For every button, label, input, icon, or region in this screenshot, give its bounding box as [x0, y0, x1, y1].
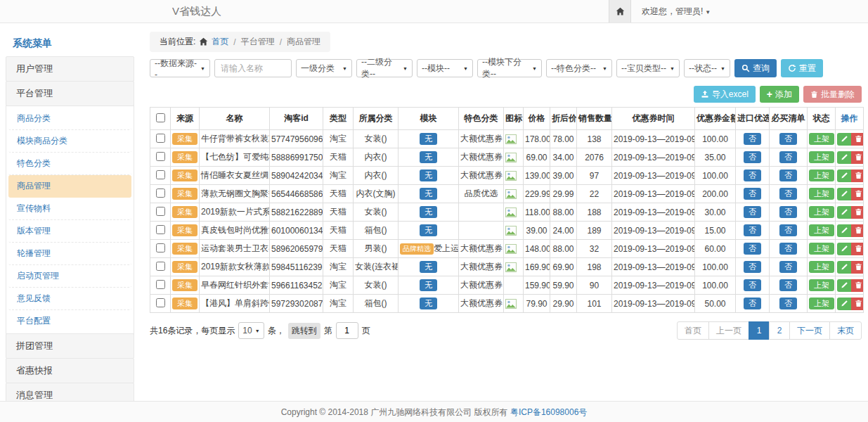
edit-button[interactable]: [837, 188, 851, 200]
delete-button[interactable]: [851, 243, 864, 255]
filter-select-level2-category[interactable]: --二级分类--▼: [356, 59, 413, 77]
import-select-toggle[interactable]: 否: [744, 243, 761, 255]
import-excel-button[interactable]: 导入excel: [694, 86, 756, 103]
status-badge[interactable]: 上架: [809, 279, 834, 291]
row-checkbox[interactable]: [156, 298, 165, 307]
edit-button[interactable]: [837, 224, 851, 237]
row-checkbox[interactable]: [156, 188, 165, 198]
row-checkbox[interactable]: [156, 225, 165, 234]
import-select-toggle[interactable]: 否: [744, 188, 761, 200]
import-select-toggle[interactable]: 否: [744, 133, 761, 145]
per-page-select[interactable]: 10▼: [238, 322, 264, 339]
must-buy-toggle[interactable]: 否: [779, 133, 797, 145]
filter-select-item-type[interactable]: --宝贝类型--▼: [616, 59, 680, 77]
import-select-toggle[interactable]: 否: [744, 206, 761, 218]
filter-select-status[interactable]: --状态--▼: [684, 59, 730, 77]
row-checkbox[interactable]: [156, 262, 165, 271]
status-badge[interactable]: 上架: [809, 224, 834, 236]
page-input[interactable]: [336, 322, 358, 339]
delete-button[interactable]: [851, 133, 864, 146]
status-badge[interactable]: 上架: [809, 170, 834, 181]
status-badge[interactable]: 上架: [809, 243, 834, 255]
must-buy-toggle[interactable]: 否: [779, 298, 797, 309]
edit-button[interactable]: [837, 279, 851, 292]
edit-button[interactable]: [837, 261, 851, 274]
filter-select-level1-category[interactable]: 一级分类▼: [296, 59, 352, 77]
status-badge[interactable]: 上架: [809, 261, 834, 273]
edit-button[interactable]: [837, 298, 851, 310]
import-select-toggle[interactable]: 否: [744, 298, 761, 309]
sidebar-item-group-buy-management[interactable]: 拼团管理: [6, 333, 134, 359]
sidebar-item-promo-material[interactable]: 宣传物料: [8, 198, 131, 220]
import-select-toggle[interactable]: 否: [744, 170, 761, 181]
delete-button[interactable]: [851, 279, 864, 292]
edit-button[interactable]: [837, 151, 851, 164]
sidebar-item-message-management[interactable]: 消息管理: [6, 383, 134, 401]
filter-select-special-category[interactable]: --特色分类--▼: [546, 59, 612, 77]
delete-button[interactable]: [851, 170, 864, 182]
icp-link[interactable]: 粤ICP备16098006号: [510, 407, 587, 417]
user-menu[interactable]: 欢迎您，管理员!▼: [631, 6, 721, 18]
must-buy-toggle[interactable]: 否: [779, 243, 797, 255]
row-checkbox[interactable]: [156, 152, 165, 161]
must-buy-toggle[interactable]: 否: [779, 224, 797, 236]
sidebar-item-platform-config[interactable]: 平台配置: [8, 310, 131, 332]
must-buy-toggle[interactable]: 否: [779, 151, 797, 163]
sidebar-item-product-management[interactable]: 商品管理: [8, 175, 131, 198]
sidebar-item-special-category[interactable]: 特色分类: [8, 153, 131, 175]
sidebar-item-module-product-category[interactable]: 模块商品分类: [8, 130, 131, 153]
add-button[interactable]: +添加: [760, 86, 799, 103]
module-badge[interactable]: 无: [420, 279, 437, 291]
filter-select-module-sub-category[interactable]: --模块下分类--▼: [477, 59, 542, 77]
select-all-checkbox[interactable]: [156, 113, 165, 122]
delete-button[interactable]: [851, 151, 864, 164]
row-checkbox[interactable]: [156, 170, 165, 179]
row-checkbox[interactable]: [156, 280, 165, 289]
module-badge[interactable]: 无: [420, 298, 437, 309]
query-button[interactable]: 查询: [734, 59, 777, 77]
edit-button[interactable]: [837, 170, 851, 182]
must-buy-toggle[interactable]: 否: [779, 279, 797, 291]
import-select-toggle[interactable]: 否: [744, 224, 761, 236]
jump-button[interactable]: 跳转到: [288, 323, 320, 339]
import-select-toggle[interactable]: 否: [744, 151, 761, 163]
row-checkbox[interactable]: [156, 207, 165, 216]
must-buy-toggle[interactable]: 否: [779, 188, 797, 200]
import-select-toggle[interactable]: 否: [744, 261, 761, 273]
pagination-next-page[interactable]: 下一页: [789, 321, 830, 340]
sidebar-item-splash-management[interactable]: 启动页管理: [8, 265, 131, 288]
delete-button[interactable]: [851, 261, 864, 274]
must-buy-toggle[interactable]: 否: [779, 261, 797, 273]
pagination-last-page[interactable]: 末页: [829, 321, 862, 340]
status-badge[interactable]: 上架: [809, 151, 834, 163]
pagination-page-1[interactable]: 1: [749, 321, 770, 340]
edit-button[interactable]: [837, 206, 851, 219]
sidebar-item-version-management[interactable]: 版本管理: [8, 220, 131, 243]
module-badge[interactable]: 无: [420, 261, 437, 273]
must-buy-toggle[interactable]: 否: [779, 170, 797, 181]
filter-input-name[interactable]: [214, 59, 292, 77]
status-badge[interactable]: 上架: [809, 206, 834, 218]
edit-button[interactable]: [837, 243, 851, 255]
status-badge[interactable]: 上架: [809, 133, 834, 145]
filter-select-data-source[interactable]: --数据来源--▼: [150, 59, 210, 77]
module-badge[interactable]: 无: [420, 170, 437, 181]
delete-button[interactable]: [851, 206, 864, 219]
filter-select-module[interactable]: --模块--▼: [417, 59, 473, 77]
must-buy-toggle[interactable]: 否: [779, 206, 797, 218]
status-badge[interactable]: 上架: [809, 298, 834, 309]
pagination-page-2[interactable]: 2: [769, 321, 790, 340]
row-checkbox[interactable]: [156, 134, 165, 143]
home-button[interactable]: [609, 0, 631, 23]
delete-button[interactable]: [851, 298, 864, 310]
sidebar-item-deals-bulletin[interactable]: 省惠快报: [6, 358, 134, 383]
import-select-toggle[interactable]: 否: [744, 279, 761, 291]
module-badge[interactable]: 品牌精选: [400, 243, 434, 255]
sidebar-item-user-management[interactable]: 用户管理: [6, 56, 134, 82]
delete-button[interactable]: [851, 224, 864, 237]
edit-button[interactable]: [837, 133, 851, 146]
sidebar-item-feedback[interactable]: 意见反馈: [8, 288, 131, 310]
status-badge[interactable]: 上架: [809, 188, 834, 200]
batch-delete-button[interactable]: 批量删除: [803, 86, 862, 103]
sidebar-item-product-category[interactable]: 商品分类: [8, 108, 131, 130]
